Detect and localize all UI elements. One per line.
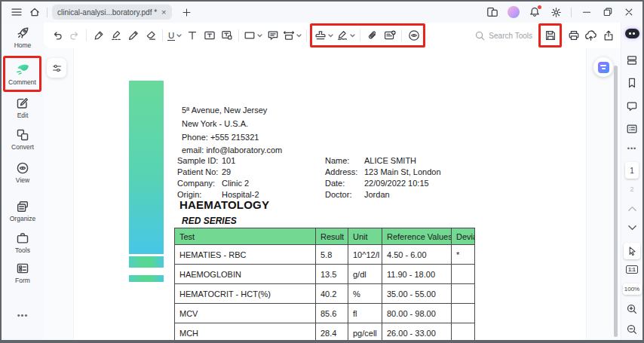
- pencil-icon: [127, 29, 140, 41]
- shape-icon: [244, 29, 256, 41]
- attachment-tool-button[interactable]: [363, 26, 381, 45]
- page-indicator-current[interactable]: 1: [621, 162, 642, 179]
- report-gradient-bar-small-2: [129, 275, 164, 282]
- save-icon: [544, 29, 557, 41]
- table-cell: [452, 323, 475, 341]
- sidebar-item-convert[interactable]: Convert: [2, 128, 44, 151]
- current-page-number: 1: [625, 162, 639, 179]
- chevron-down-icon: [328, 34, 333, 38]
- table-cell: %: [348, 284, 382, 304]
- table-row: HAEMOGLOBIN13.5g/dl11.90 - 18.00: [175, 265, 475, 284]
- measure-tool-button[interactable]: [281, 26, 303, 45]
- settings-button[interactable]: [547, 4, 565, 20]
- document-viewport[interactable]: 5ª Avenue, New Jersey New York - U.S.A. …: [44, 48, 621, 340]
- underline-tool-button[interactable]: U: [166, 26, 183, 45]
- actual-size-button[interactable]: 1:1: [621, 265, 642, 274]
- sidebar-item-comment[interactable]: Comment: [5, 62, 39, 86]
- tab-close-icon[interactable]: ×: [161, 8, 166, 17]
- close-window-button[interactable]: [620, 4, 638, 20]
- sidebar-item-home[interactable]: Home: [2, 26, 44, 49]
- measure-icon: [283, 29, 295, 41]
- undo-button[interactable]: [48, 26, 66, 45]
- zoom-out-button[interactable]: [621, 323, 642, 335]
- sidebar-item-label: Form: [15, 277, 30, 284]
- home-tab-button[interactable]: [26, 4, 44, 20]
- text-tool-button[interactable]: [183, 26, 201, 45]
- document-tab-title: clinical-analysi...boratory.pdf *: [57, 8, 157, 17]
- save-button[interactable]: [541, 26, 559, 45]
- address-line: Phone: +555 215321: [182, 131, 282, 145]
- hamburger-icon: [11, 6, 23, 18]
- vertical-scrollbar[interactable]: [614, 66, 618, 337]
- page-indicator-next[interactable]: 2: [621, 185, 642, 193]
- previous-page-button[interactable]: [621, 205, 642, 212]
- thumbnails-panel-button[interactable]: [621, 54, 642, 66]
- right-sidebar-more-button[interactable]: •••: [621, 145, 642, 152]
- translate-widget-button[interactable]: [593, 57, 613, 77]
- maximize-button[interactable]: [599, 4, 617, 20]
- comment-toolbar: U: [44, 23, 621, 48]
- sticky-note-tool-button[interactable]: [264, 26, 281, 45]
- annotation-highlight-comment: Comment: [3, 56, 41, 92]
- sidebar-item-tools[interactable]: Tools: [2, 231, 44, 254]
- insert-note-tool-button[interactable]: [381, 26, 398, 45]
- document-tab[interactable]: clinical-analysi...boratory.pdf * ×: [52, 5, 172, 20]
- convert-icon: [16, 128, 29, 142]
- next-page-button[interactable]: [621, 225, 642, 231]
- table-cell: HEMATOCRIT - HCT(%): [175, 284, 316, 304]
- home-icon: [29, 6, 41, 18]
- lab-results-table: Test Result Unit Reference Values Deviat…: [174, 228, 475, 340]
- zoom-in-button[interactable]: [621, 303, 642, 315]
- pdf-page[interactable]: 5ª Avenue, New Jersey New York - U.S.A. …: [73, 48, 587, 340]
- column-header: Deviation: [452, 228, 475, 245]
- search-tools-button[interactable]: Search Tools: [474, 30, 532, 41]
- notifications-button[interactable]: [526, 4, 544, 20]
- gear-icon: [550, 7, 562, 18]
- zoom-level-indicator[interactable]: 100%: [621, 283, 642, 295]
- table-cell: 80.00 - 98.00: [382, 304, 452, 323]
- sidebar-item-edit[interactable]: Edit: [2, 96, 44, 119]
- typewriter-tool-button[interactable]: [218, 26, 235, 45]
- sidebar-more-button[interactable]: •••: [2, 311, 44, 320]
- eye-icon: [408, 29, 420, 41]
- stamp-icon: [314, 29, 327, 41]
- highlighter-tool-button[interactable]: [90, 26, 107, 45]
- info-value: ALICE SMITH: [364, 156, 441, 165]
- sidebar-item-view[interactable]: View: [2, 161, 44, 184]
- comment-properties-toggle-button[interactable]: [47, 58, 66, 78]
- table-cell: 35.00 - 55.00: [382, 284, 452, 304]
- redo-button[interactable]: [66, 26, 83, 45]
- share-button[interactable]: [600, 26, 617, 45]
- select-tool-button[interactable]: [621, 243, 642, 259]
- address-line: New York - U.S.A.: [182, 118, 282, 131]
- form-fields-panel-button[interactable]: [621, 123, 642, 135]
- sidebar-item-organize[interactable]: Organize: [2, 200, 44, 222]
- ai-assistant-button[interactable]: [621, 29, 642, 38]
- comments-panel-button[interactable]: [621, 100, 642, 112]
- hide-annotations-button[interactable]: [405, 26, 422, 45]
- eraser-tool-button[interactable]: [142, 26, 159, 45]
- text-box-tool-button[interactable]: [201, 26, 218, 45]
- signature-tool-button[interactable]: [335, 26, 357, 45]
- sidebar-item-form[interactable]: Form: [2, 262, 44, 284]
- table-cell: pg/cell: [348, 323, 382, 341]
- chevron-up-icon: [627, 205, 637, 212]
- cloud-upload-button[interactable]: [582, 26, 600, 45]
- annotation-highlight-save: [538, 23, 562, 47]
- pencil-tool-button[interactable]: [124, 26, 142, 45]
- area-highlighter-tool-button[interactable]: [107, 26, 124, 45]
- account-button[interactable]: [504, 4, 523, 20]
- print-button[interactable]: [565, 26, 582, 45]
- shape-tool-button[interactable]: [242, 26, 264, 45]
- new-tab-button[interactable]: [178, 4, 196, 20]
- lab-table-body: HEMATIES - RBC5.810^12/l4.50 - 6.00*HAEM…: [175, 245, 475, 341]
- minimize-button[interactable]: [578, 4, 596, 20]
- stamp-tool-button[interactable]: [313, 26, 335, 45]
- bookmarks-panel-button[interactable]: [621, 77, 642, 89]
- device-preview-button[interactable]: [483, 4, 501, 20]
- hamburger-menu-button[interactable]: [8, 4, 26, 20]
- redo-icon: [69, 29, 81, 41]
- field-list-icon: [626, 123, 638, 135]
- info-label: Name:: [325, 156, 364, 165]
- sidebar-item-label: Edit: [17, 112, 29, 119]
